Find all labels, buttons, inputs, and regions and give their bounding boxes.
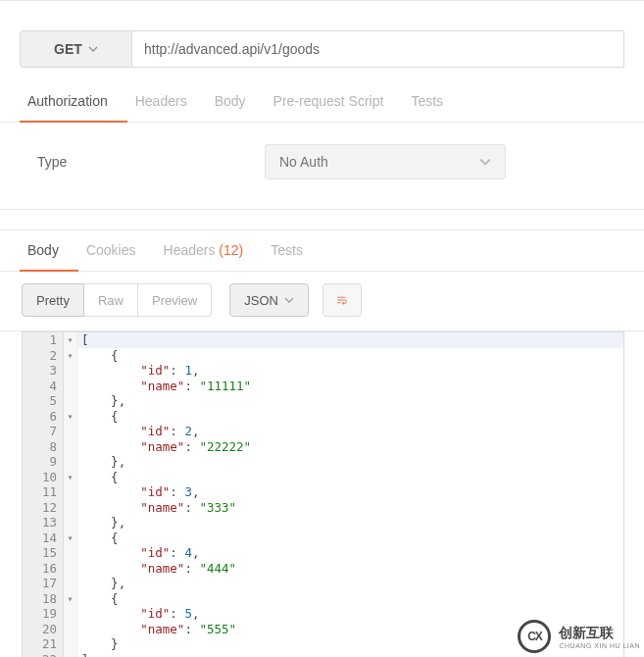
tab-body[interactable]: Body — [20, 230, 78, 272]
chevron-down-icon — [88, 44, 98, 54]
code-line: 13 }, — [23, 515, 623, 531]
code-line: 10▾ { — [23, 470, 623, 485]
response-tabs: BodyCookiesHeaders (12)Tests — [0, 230, 644, 272]
request-tabs: AuthorizationHeadersBodyPre-request Scri… — [0, 81, 644, 123]
response-toolbar: PrettyRawPreview JSON — [0, 272, 644, 331]
request-panel: GET AuthorizationHeadersBodyPre-request … — [0, 0, 644, 210]
watermark-logo: CX — [518, 620, 551, 653]
view-raw-button[interactable]: Raw — [84, 283, 138, 317]
code-line: 14▾ { — [23, 531, 623, 546]
code-line: 18▾ { — [23, 591, 623, 607]
request-bar: GET — [0, 0, 644, 81]
auth-type-label: Type — [20, 154, 265, 170]
code-line: 8 "name": "22222" — [23, 439, 623, 455]
tab-headers[interactable]: Headers — [127, 81, 207, 123]
tab-headers[interactable]: Headers (12) — [156, 230, 264, 272]
chevron-down-icon — [479, 156, 491, 168]
code-line: 4 "name": "11111" — [23, 379, 623, 394]
code-line: 11 "id": 3, — [23, 484, 623, 500]
auth-type-selector[interactable]: No Auth — [265, 144, 506, 179]
watermark-sub: CHUANG XIN HU LIAN — [559, 642, 640, 649]
watermark: CX 创新互联 CHUANG XIN HU LIAN — [518, 620, 640, 653]
view-preview-button[interactable]: Preview — [138, 283, 212, 317]
code-line: 2▾ { — [23, 348, 623, 364]
code-line: 3 "id": 1, — [23, 363, 623, 379]
code-line: 16 "name": "444" — [23, 561, 623, 577]
code-line: 1▾[ — [23, 332, 623, 348]
code-line: 6▾ { — [23, 409, 623, 425]
tab-cookies[interactable]: Cookies — [78, 230, 156, 272]
view-mode-group: PrettyRawPreview — [22, 283, 212, 317]
code-line: 5 }, — [23, 393, 623, 409]
tab-pre-request-script[interactable]: Pre-request Script — [266, 81, 404, 123]
code-line: 7 "id": 2, — [23, 424, 623, 439]
view-pretty-button[interactable]: Pretty — [22, 283, 84, 317]
format-label: JSON — [244, 293, 278, 308]
http-method-selector[interactable]: GET — [20, 30, 132, 68]
code-line: 15 "id": 4, — [23, 545, 623, 561]
authorization-section: Type No Auth — [0, 123, 644, 210]
code-line: 9 }, — [23, 454, 623, 470]
code-line: 12 "name": "333" — [23, 500, 623, 516]
http-method-label: GET — [54, 41, 82, 57]
format-selector[interactable]: JSON — [229, 283, 309, 317]
tab-authorization[interactable]: Authorization — [20, 81, 127, 123]
watermark-main: 创新互联 — [559, 625, 614, 640]
wrap-lines-button[interactable] — [322, 283, 362, 317]
response-panel: BodyCookiesHeaders (12)Tests PrettyRawPr… — [0, 229, 644, 657]
response-body-editor[interactable]: 1▾[2▾ {3 "id": 1,4 "name": "11111"5 },6▾… — [22, 331, 624, 657]
tab-tests[interactable]: Tests — [263, 230, 322, 272]
tab-tests[interactable]: Tests — [403, 81, 463, 123]
code-line: 17 }, — [23, 576, 623, 591]
tab-body[interactable]: Body — [207, 81, 266, 123]
url-input[interactable] — [132, 30, 624, 68]
chevron-down-icon — [284, 295, 294, 305]
wrap-icon — [337, 293, 347, 307]
auth-type-value: No Auth — [279, 154, 328, 170]
